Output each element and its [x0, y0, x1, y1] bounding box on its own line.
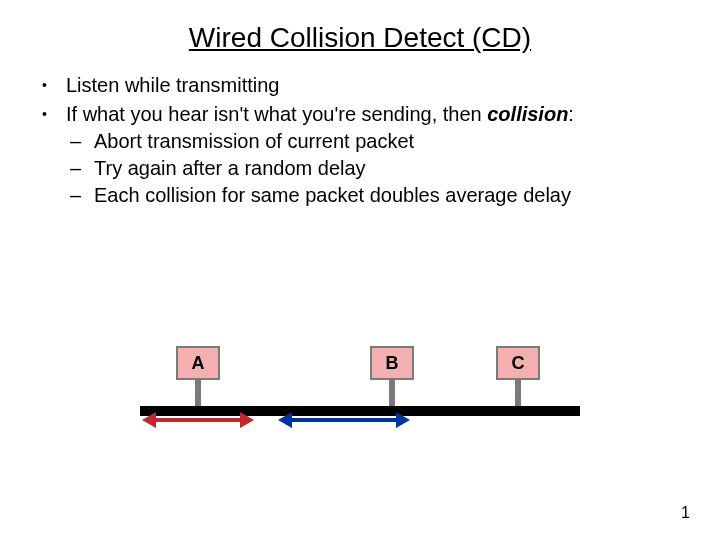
bullet-text-pre: If what you hear isn't what you're sendi… — [66, 103, 487, 125]
sub-bullet-item: Each collision for same packet doubles a… — [66, 182, 690, 209]
sub-bullet-text: Abort transmission of current packet — [94, 130, 414, 152]
node-c: C — [496, 346, 540, 380]
bullet-text-em: collision — [487, 103, 568, 125]
bullet-list: Listen while transmitting If what you he… — [30, 72, 690, 209]
sub-bullet-list: Abort transmission of current packet Try… — [66, 128, 690, 209]
sub-bullet-item: Try again after a random delay — [66, 155, 690, 182]
tap-b — [389, 380, 395, 406]
signal-arrow-a — [154, 418, 242, 422]
tap-a — [195, 380, 201, 406]
bullet-item: Listen while transmitting — [30, 72, 690, 99]
sub-bullet-text: Each collision for same packet doubles a… — [94, 184, 571, 206]
sub-bullet-item: Abort transmission of current packet — [66, 128, 690, 155]
bullet-text: Listen while transmitting — [66, 74, 279, 96]
node-b: B — [370, 346, 414, 380]
sub-bullet-text: Try again after a random delay — [94, 157, 366, 179]
slide-title: Wired Collision Detect (CD) — [0, 0, 720, 64]
page-number: 1 — [681, 504, 690, 522]
signal-arrow-b — [290, 418, 398, 422]
tap-c — [515, 380, 521, 406]
node-a: A — [176, 346, 220, 380]
slide-body: Listen while transmitting If what you he… — [0, 64, 720, 209]
bus-line — [140, 406, 580, 416]
network-diagram: A B C — [140, 330, 580, 450]
bullet-text-post: : — [568, 103, 574, 125]
slide: Wired Collision Detect (CD) Listen while… — [0, 0, 720, 540]
bullet-item: If what you hear isn't what you're sendi… — [30, 101, 690, 209]
